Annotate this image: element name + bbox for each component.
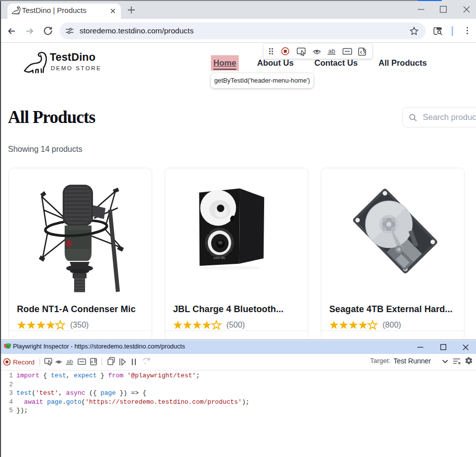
svg-text:Record: Record [13, 358, 35, 366]
svg-text:ab: ab [328, 48, 335, 55]
svg-text:ab: ab [67, 358, 73, 364]
svg-text:audio JBL: audio JBL [213, 256, 225, 259]
